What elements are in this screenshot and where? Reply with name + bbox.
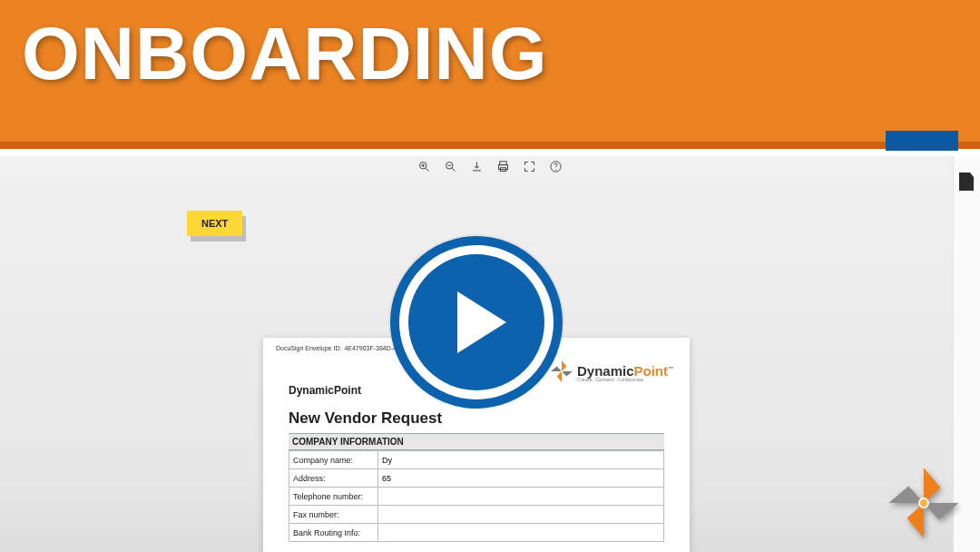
document-icon[interactable] — [959, 172, 974, 191]
label-fax: Fax number: — [289, 506, 378, 524]
svg-point-11 — [555, 169, 556, 170]
brand-logo: DynamicPoint™ Create. Connect. Collabora… — [550, 360, 673, 387]
play-button[interactable] — [390, 236, 563, 409]
svg-point-12 — [560, 370, 563, 372]
zoom-in-icon[interactable] — [417, 160, 431, 177]
address-field[interactable] — [382, 474, 660, 483]
table-row: Telephone number: — [289, 488, 664, 506]
label-telephone: Telephone number: — [289, 488, 378, 506]
table-row: Address: — [289, 469, 664, 488]
table-row: Company name: — [289, 451, 664, 469]
pinwheel-icon — [550, 360, 573, 387]
help-icon[interactable] — [549, 160, 563, 177]
svg-point-13 — [919, 498, 928, 508]
doc-title: New Vendor Request — [289, 409, 664, 428]
svg-line-1 — [426, 168, 428, 171]
play-icon — [457, 291, 506, 353]
next-button[interactable]: NEXT — [187, 211, 242, 236]
banner: ONBOARDING — [0, 0, 980, 149]
section-company-info: COMPANY INFORMATION — [289, 433, 664, 450]
svg-rect-7 — [500, 161, 507, 164]
svg-line-5 — [452, 168, 455, 171]
banner-title: ONBOARDING — [0, 0, 980, 96]
zoom-out-icon[interactable] — [444, 160, 457, 177]
fullscreen-icon[interactable] — [523, 160, 536, 177]
blue-accent-tab — [886, 131, 958, 151]
table-row: Fax number: — [289, 506, 664, 524]
brand-tm: ™ — [668, 366, 673, 371]
label-company-name: Company name: — [289, 451, 378, 469]
play-inner — [408, 254, 544, 390]
corner-brand-icon — [886, 465, 962, 541]
print-icon[interactable] — [496, 160, 510, 177]
label-bank-routing: Bank Routing Info: — [289, 524, 378, 542]
envelope-prefix: DocuSign Envelope ID: — [276, 345, 341, 351]
download-icon[interactable] — [470, 160, 484, 177]
company-info-grid: Company name: Address: Telephone number:… — [289, 450, 664, 542]
table-row: Bank Routing Info: — [289, 524, 664, 542]
label-address: Address: — [289, 469, 378, 488]
company-name-field[interactable] — [382, 456, 660, 465]
fax-field[interactable] — [382, 510, 660, 519]
telephone-field[interactable] — [382, 492, 660, 501]
bank-routing-field[interactable] — [382, 528, 660, 537]
viewer-toolbar — [0, 156, 980, 180]
